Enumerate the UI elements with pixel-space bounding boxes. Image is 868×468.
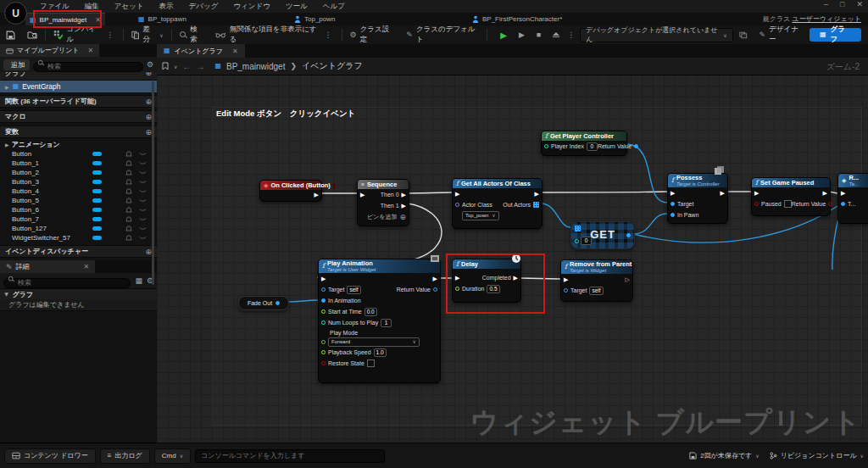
- graph-canvas[interactable]: Edit Mode ボタン クリックイベント ウィジェット ブループリント: [157, 75, 868, 443]
- section-variables[interactable]: 変数⊕: [0, 125, 157, 138]
- menu-help[interactable]: ヘルプ: [315, 2, 353, 12]
- comment-title[interactable]: Edit Mode ボタン クリックイベント: [216, 109, 355, 120]
- node-get-all-actors[interactable]: f Get All Actors Of Class ▶ ▶ Actor Clas…: [452, 178, 542, 229]
- int-pin[interactable]: [575, 239, 579, 243]
- play-options-icon[interactable]: ⋮: [565, 25, 576, 44]
- exec-out-pin[interactable]: ▶: [823, 190, 827, 196]
- variable-row[interactable]: Button_5: [0, 196, 157, 205]
- object-pin[interactable]: [670, 213, 675, 217]
- add-macro-icon[interactable]: ⊕: [145, 113, 152, 121]
- tab-my-blueprint[interactable]: マイブループリント ✕: [0, 44, 99, 57]
- debug-browse-button[interactable]: [733, 25, 754, 44]
- forward-icon[interactable]: →: [196, 62, 204, 71]
- duration-value[interactable]: 0.5: [487, 285, 499, 293]
- section-event-dispatcher[interactable]: イベントディスパッチャー⊕: [0, 245, 157, 258]
- exec-in-pin[interactable]: ▶: [754, 190, 759, 196]
- parent-class-link[interactable]: ユーザーウィジェット: [793, 15, 862, 23]
- variable-row[interactable]: Button_1: [0, 159, 157, 168]
- object-pin[interactable]: [321, 298, 326, 303]
- tab-close-icon[interactable]: ✕: [232, 47, 238, 55]
- bool-pin[interactable]: [321, 361, 326, 365]
- node-get[interactable]: GET 0: [570, 221, 635, 249]
- restore-state-checkbox[interactable]: [367, 359, 375, 367]
- float-pin[interactable]: [321, 309, 326, 314]
- eye-closed-icon[interactable]: [139, 198, 147, 203]
- find-button[interactable]: 検索: [174, 25, 210, 44]
- object-out-pin[interactable]: [275, 301, 280, 305]
- node-set-game-paused[interactable]: f Set Game Paused ▶ ▶ Paused Return Valu…: [751, 177, 831, 216]
- hide-options-icon[interactable]: ⋮: [323, 31, 334, 39]
- close-button[interactable]: ✕: [856, 0, 863, 8]
- bookmark-icon[interactable]: [162, 62, 169, 70]
- float-pin[interactable]: [321, 350, 326, 354]
- add-graph-icon[interactable]: ⊕: [145, 72, 152, 78]
- eye-closed-icon[interactable]: [139, 236, 147, 241]
- minimize-button[interactable]: –: [824, 0, 828, 8]
- section-graph[interactable]: グラフ⊕: [0, 72, 157, 81]
- expander-icon[interactable]: ▶: [5, 142, 9, 148]
- bell-icon[interactable]: [125, 235, 132, 242]
- object-pin[interactable]: [634, 144, 638, 148]
- bell-icon[interactable]: [125, 198, 132, 204]
- expander-icon[interactable]: ▶: [5, 84, 9, 90]
- bell-icon[interactable]: [125, 188, 132, 195]
- variable-row[interactable]: Button_2: [0, 168, 157, 177]
- menu-edit[interactable]: 編集: [77, 2, 107, 12]
- compile-button[interactable]: コンパイル ⋮: [47, 25, 121, 44]
- variable-row[interactable]: Button_6: [0, 205, 157, 214]
- object-pin[interactable]: [433, 287, 437, 292]
- array-pin[interactable]: [575, 226, 581, 231]
- num-loops-value[interactable]: 1: [381, 319, 392, 327]
- chevron-down-icon[interactable]: ∨: [174, 64, 177, 70]
- cmd-dropdown[interactable]: Cmd ∨: [154, 448, 191, 464]
- debug-object-dropdown[interactable]: デバッグオブジェクトが選択されていません ∨: [580, 28, 732, 42]
- scrollbar[interactable]: [152, 81, 154, 285]
- node-remove-from-parent[interactable]: f Remove from Parent Target is Widget ▶ …: [560, 259, 633, 302]
- bell-icon[interactable]: [125, 216, 132, 223]
- exec-out-pin[interactable]: ▶: [514, 275, 518, 281]
- node-play-animation[interactable]: f Play Animation Target is User Widget ▶…: [318, 259, 441, 383]
- int-pin[interactable]: [544, 144, 548, 148]
- breadcrumb-leaf[interactable]: イベントグラフ: [302, 60, 363, 72]
- eye-closed-icon[interactable]: [139, 170, 147, 176]
- exec-out-pin[interactable]: ▷: [626, 276, 630, 282]
- node-get-player-controller[interactable]: f Get Player Controller Player Index0 Re…: [541, 131, 627, 156]
- play-button[interactable]: ▶: [494, 25, 513, 44]
- stop-button[interactable]: ■: [531, 25, 547, 44]
- bell-icon[interactable]: [125, 179, 132, 186]
- bell-icon[interactable]: [125, 170, 132, 176]
- menu-asset[interactable]: アセット: [107, 2, 152, 12]
- graph-mode-button[interactable]: ▦ グラフ: [810, 28, 861, 42]
- array-pin[interactable]: [533, 202, 539, 208]
- exec-out-pin[interactable]: ▶: [402, 192, 406, 198]
- details-search-input[interactable]: [3, 278, 131, 288]
- my-blueprint-search-input[interactable]: [33, 62, 143, 72]
- node-possess[interactable]: f Possess Target is Controller ▶ ▶ Targe…: [667, 173, 728, 224]
- compile-options-icon[interactable]: ⋮: [104, 31, 115, 39]
- play-mode-dropdown[interactable]: Forward∨: [328, 337, 420, 347]
- bell-icon[interactable]: [125, 151, 132, 158]
- class-settings-button[interactable]: ⚙ クラス設定: [344, 25, 401, 44]
- actor-class-dropdown[interactable]: Top_pown∨: [462, 211, 499, 220]
- eject-button[interactable]: [547, 25, 565, 44]
- exec-out-pin[interactable]: ▶: [314, 192, 319, 198]
- tab-close-icon[interactable]: ✕: [84, 263, 90, 270]
- bool-pin[interactable]: [754, 202, 759, 206]
- exec-out-pin[interactable]: ▶: [721, 190, 725, 196]
- category-animation[interactable]: ▶アニメーション: [0, 140, 157, 149]
- expander-icon[interactable]: ▶: [4, 292, 10, 297]
- eye-closed-icon[interactable]: [139, 189, 147, 194]
- console-command-input[interactable]: [195, 449, 385, 463]
- variable-row[interactable]: Button_4: [0, 187, 157, 196]
- exec-out-pin[interactable]: ▶: [402, 203, 406, 209]
- menu-tools[interactable]: ツール: [278, 2, 315, 12]
- object-pin[interactable]: [670, 202, 675, 206]
- exec-in-pin[interactable]: ▶: [455, 275, 459, 281]
- target-value[interactable]: self: [347, 286, 360, 294]
- menu-file[interactable]: ファイル: [32, 2, 77, 12]
- tab-top-pown[interactable]: Top_pown: [290, 13, 339, 25]
- start-time-value[interactable]: 0.0: [364, 308, 377, 316]
- object-pin[interactable]: [321, 287, 326, 292]
- exec-in-pin[interactable]: ▶: [841, 190, 845, 196]
- variable-row[interactable]: Button: [0, 149, 157, 159]
